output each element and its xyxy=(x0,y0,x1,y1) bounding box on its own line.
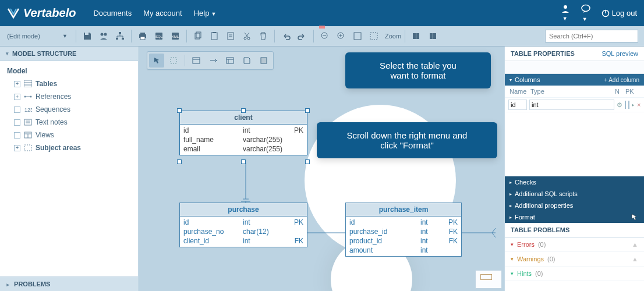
diagram-canvas[interactable]: client idintPK full_namevarchar(255) ema… xyxy=(139,47,504,291)
section-additional-sql[interactable]: ▸Additional SQL scripts xyxy=(505,188,644,200)
problems-warnings[interactable]: ▾Warnings(0)▲ xyxy=(505,252,644,267)
svg-rect-8 xyxy=(122,38,124,40)
add-note-tool[interactable] xyxy=(239,54,254,68)
tree-root[interactable]: Model xyxy=(0,65,138,77)
zoom-region-button[interactable] xyxy=(366,29,381,44)
sql-preview-link[interactable]: SQL preview xyxy=(601,50,638,57)
chat-button[interactable]: ▼ xyxy=(581,3,591,23)
cut-button[interactable] xyxy=(239,29,254,44)
tree-textnotes[interactable]: Text notes xyxy=(0,116,138,129)
selection-handle[interactable] xyxy=(177,159,182,164)
properties-header: TABLE PROPERTIES SQL preview xyxy=(505,47,644,61)
svg-point-41 xyxy=(30,96,32,98)
tree-tables[interactable]: +Tables xyxy=(0,77,138,90)
nav-help[interactable]: Help▼ xyxy=(194,9,217,17)
copy-button[interactable] xyxy=(190,29,206,44)
search-input[interactable] xyxy=(545,30,638,42)
nav-my-account[interactable]: My account xyxy=(143,9,182,17)
select-tool[interactable] xyxy=(149,54,164,68)
table-purchase[interactable]: purchase idintPK purchase_nochar(12) cli… xyxy=(179,203,307,247)
table-icon xyxy=(192,56,200,65)
problems-errors[interactable]: ▾Errors(0)▲ xyxy=(505,237,644,252)
sequence-icon: 123 xyxy=(24,106,32,113)
pk-checkbox[interactable] xyxy=(628,101,629,109)
clipboard-button[interactable] xyxy=(223,29,238,44)
table-purchase-item[interactable]: purchase_item idintPK purchase_idintFK p… xyxy=(345,203,462,257)
nav-documents[interactable]: Documents xyxy=(93,9,132,17)
section-additional-props[interactable]: ▸Additional properties xyxy=(505,200,644,211)
paste-button[interactable] xyxy=(207,29,222,44)
selection-handle[interactable] xyxy=(305,108,310,113)
model-structure-panel: ▾ MODEL STRUCTURE Model +Tables +Referen… xyxy=(0,47,139,291)
tree-references[interactable]: +References xyxy=(0,90,138,103)
minimap[interactable] xyxy=(475,270,502,289)
section-checks[interactable]: ▸Checks xyxy=(505,176,644,188)
center-marker xyxy=(319,26,325,29)
redo-button[interactable] xyxy=(295,29,310,44)
sql-button[interactable]: SQL xyxy=(151,29,167,44)
svg-rect-57 xyxy=(261,58,267,63)
selection-handle[interactable] xyxy=(241,108,246,113)
table-client[interactable]: client idintPK full_namevarchar(255) ema… xyxy=(179,111,307,155)
add-area-tool[interactable] xyxy=(256,54,271,68)
trash-icon xyxy=(259,31,268,41)
model-button[interactable] xyxy=(112,29,128,44)
chat-icon xyxy=(581,3,591,14)
align-right-icon xyxy=(428,31,437,41)
align-right-button[interactable] xyxy=(425,29,440,44)
table-row: purchase_idintFK xyxy=(346,227,461,236)
view-icon xyxy=(226,56,234,65)
expand-icon: + xyxy=(14,81,20,87)
problems-panel-toggle[interactable]: ▾ PROBLEMS xyxy=(0,276,138,291)
logout-button[interactable]: Log out xyxy=(601,9,637,17)
add-column-link[interactable]: + Add column xyxy=(604,77,639,83)
tree-views[interactable]: Views xyxy=(0,129,138,141)
zoom-out-button[interactable] xyxy=(317,29,332,44)
column-delete-icon[interactable]: × xyxy=(637,101,641,108)
column-settings-icon[interactable]: ⚙ xyxy=(617,101,622,109)
selection-handle[interactable] xyxy=(305,159,310,164)
column-type-input[interactable] xyxy=(529,100,614,110)
svg-rect-36 xyxy=(24,80,32,87)
edit-mode-dropdown[interactable]: (Edit mode)▼ xyxy=(2,33,72,40)
zoom-in-icon xyxy=(337,31,346,41)
add-table-tool[interactable] xyxy=(189,54,204,68)
expand-icon xyxy=(14,107,20,113)
save-button[interactable] xyxy=(80,29,95,44)
selection-handle[interactable] xyxy=(177,108,182,113)
add-reference-tool[interactable] xyxy=(206,54,221,68)
align-left-button[interactable] xyxy=(409,29,424,44)
table-body: idintPK full_namevarchar(255) emailvarch… xyxy=(180,125,307,155)
model-structure-header[interactable]: ▾ MODEL STRUCTURE xyxy=(0,47,138,61)
area-icon xyxy=(24,144,32,151)
table-header: purchase_item xyxy=(346,203,461,217)
section-columns[interactable]: ▾ Columns + Add column xyxy=(505,74,644,86)
table-problems-header: TABLE PROBLEMS xyxy=(505,223,644,237)
tree-subject-areas[interactable]: +Subject areas xyxy=(0,141,138,154)
marquee-tool[interactable] xyxy=(166,54,181,68)
svg-point-5 xyxy=(104,33,107,36)
brand-logo[interactable]: Vertabelo xyxy=(7,6,76,20)
column-more-icon[interactable]: ▸ xyxy=(632,102,635,108)
nullable-checkbox[interactable] xyxy=(625,101,626,109)
print-button[interactable] xyxy=(135,29,150,44)
svg-point-1 xyxy=(582,5,590,12)
svg-rect-19 xyxy=(213,32,216,33)
selection-handle[interactable] xyxy=(241,159,246,164)
share-button[interactable] xyxy=(96,29,111,44)
tree-sequences[interactable]: 123Sequences xyxy=(0,103,138,116)
column-name-input[interactable] xyxy=(508,100,527,110)
section-format[interactable]: ▸Format xyxy=(505,211,644,223)
sql-icon: SQL xyxy=(154,31,164,41)
user-menu[interactable]: ▼ xyxy=(561,4,570,22)
xml-button[interactable]: XML xyxy=(168,29,183,44)
problems-hints[interactable]: ▾Hints(0) xyxy=(505,267,644,281)
delete-button[interactable] xyxy=(256,29,271,44)
add-view-tool[interactable] xyxy=(222,54,238,68)
warning-icon: ▲ xyxy=(632,241,638,248)
undo-button[interactable] xyxy=(278,29,293,44)
table-body: idintPK purchase_nochar(12) client_idint… xyxy=(180,217,307,247)
zoom-in-button[interactable] xyxy=(334,29,349,44)
search-box xyxy=(545,30,638,42)
zoom-fit-button[interactable] xyxy=(350,29,365,44)
